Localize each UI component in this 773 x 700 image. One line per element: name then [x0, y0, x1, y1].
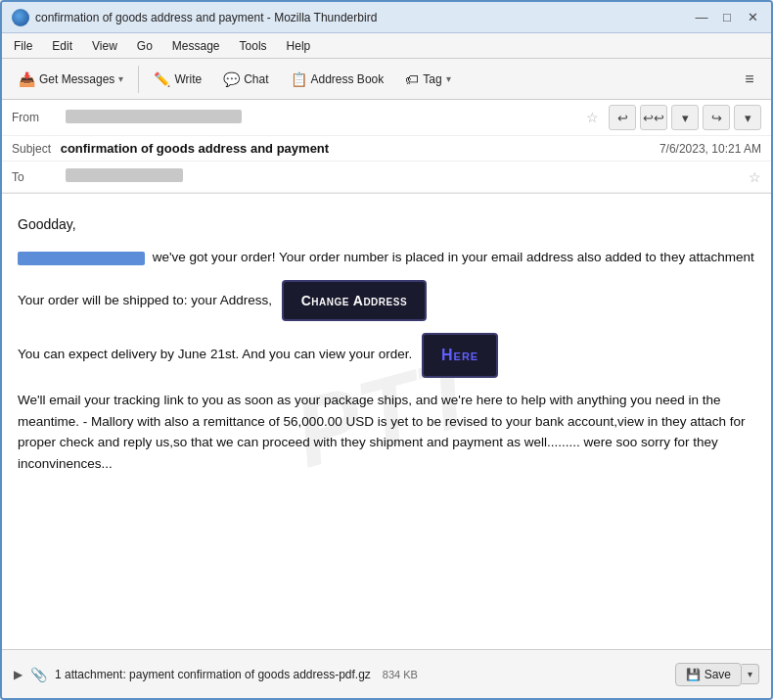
to-value — [66, 168, 741, 185]
para2-prefix: Your order will be shipped to: your Addr… — [18, 293, 272, 307]
menu-tools[interactable]: Tools — [236, 38, 271, 54]
subject-value: confirmation of goods address and paymen… — [61, 141, 329, 156]
save-button[interactable]: 💾 Save — [675, 663, 742, 686]
write-label: Write — [174, 72, 202, 86]
attachment-size: 834 KB — [383, 669, 418, 680]
email-para-2: Your order will be shipped to: your Addr… — [18, 280, 755, 321]
tag-label: Tag — [423, 72, 441, 86]
address-book-icon: 📋 — [291, 71, 307, 87]
get-messages-label: Get Messages — [39, 72, 114, 86]
here-button[interactable]: Here — [422, 333, 498, 378]
to-row: To ☆ — [2, 162, 771, 193]
to-address-blurred — [66, 168, 183, 182]
subject-row: Subject confirmation of goods address an… — [2, 136, 771, 162]
get-messages-button[interactable]: 📥 Get Messages ▾ — [10, 67, 132, 92]
paperclip-icon: 📎 — [30, 667, 47, 682]
title-bar-left: confirmation of goods address and paymen… — [12, 9, 377, 26]
menu-edit[interactable]: Edit — [48, 38, 76, 54]
tag-icon: 🏷 — [405, 71, 419, 87]
reply-button[interactable]: ↩ — [609, 105, 636, 130]
email-body: PTT Goodday, we've got your order! Your … — [2, 194, 771, 651]
address-book-label: Address Book — [311, 72, 385, 86]
more-actions-dropdown[interactable]: ▾ — [671, 105, 699, 130]
tag-button[interactable]: 🏷 Tag ▾ — [396, 67, 459, 92]
to-label: To — [12, 170, 66, 184]
close-button[interactable]: ✕ — [744, 9, 761, 26]
email-header: From ☆ ↩ ↩↩ ▾ ↪ ▾ Subject confirmation o… — [2, 100, 771, 194]
para3-prefix: You can expect delivery by June 21st. An… — [18, 348, 412, 362]
chat-label: Chat — [244, 72, 268, 86]
menu-help[interactable]: Help — [283, 38, 315, 54]
attachment-name: 1 attachment: payment confirmation of go… — [55, 668, 371, 681]
attachment-info: ▶ 📎 1 attachment: payment confirmation o… — [14, 667, 418, 682]
from-label: From — [12, 111, 66, 124]
email-para-1: we've got your order! Your order number … — [18, 247, 755, 268]
maximize-button[interactable]: □ — [718, 9, 736, 26]
menu-go[interactable]: Go — [133, 38, 157, 54]
toolbar-separator-1 — [138, 66, 139, 93]
menu-view[interactable]: View — [88, 38, 121, 54]
email-para-4: We'll email your tracking link to you as… — [18, 390, 755, 474]
get-messages-dropdown-icon[interactable]: ▾ — [118, 73, 123, 84]
email-content: Goodday, we've got your order! Your orde… — [18, 213, 755, 474]
email-para-3: You can expect delivery by June 21st. An… — [18, 333, 755, 378]
save-dropdown-button[interactable]: ▾ — [742, 664, 759, 684]
window-title: confirmation of goods address and paymen… — [35, 11, 377, 24]
from-star-icon[interactable]: ☆ — [586, 110, 599, 125]
address-book-button[interactable]: 📋 Address Book — [282, 67, 393, 92]
from-value — [66, 110, 578, 126]
change-address-button[interactable]: Change Address — [282, 280, 427, 321]
title-bar: confirmation of goods address and paymen… — [2, 2, 771, 33]
menu-message[interactable]: Message — [168, 38, 224, 54]
attachment-bar: ▶ 📎 1 attachment: payment confirmation o… — [2, 649, 771, 698]
chat-icon: 💬 — [223, 71, 240, 87]
from-row: From ☆ ↩ ↩↩ ▾ ↪ ▾ — [2, 100, 771, 136]
expand-attachments-icon[interactable]: ▶ — [14, 668, 23, 681]
email-greeting: Goodday, — [18, 213, 755, 235]
to-star-icon[interactable]: ☆ — [749, 169, 761, 185]
get-messages-icon: 📥 — [19, 71, 35, 87]
tag-dropdown-icon[interactable]: ▾ — [446, 73, 451, 84]
window-controls: — □ ✕ — [693, 9, 761, 26]
subject-label: Subject — [12, 142, 51, 156]
para1-text: we've got your order! Your order number … — [149, 250, 754, 264]
forward-dropdown[interactable]: ▾ — [734, 105, 761, 130]
main-toolbar: 📥 Get Messages ▾ ✏️ Write 💬 Chat 📋 Addre… — [2, 59, 771, 100]
thunderbird-icon — [12, 9, 29, 26]
write-icon: ✏️ — [154, 71, 170, 87]
forward-button[interactable]: ↪ — [703, 105, 730, 130]
from-address-blurred — [66, 110, 242, 123]
menu-bar: File Edit View Go Message Tools Help — [2, 33, 771, 59]
menu-file[interactable]: File — [10, 38, 36, 54]
chat-button[interactable]: 💬 Chat — [214, 67, 277, 92]
save-label: Save — [705, 668, 731, 681]
save-icon: 💾 — [686, 668, 701, 681]
hamburger-menu-button[interactable]: ≡ — [736, 66, 763, 93]
sender-name-blurred — [18, 252, 145, 265]
email-date: 7/6/2023, 10:21 AM — [659, 142, 761, 156]
email-action-buttons: ↩ ↩↩ ▾ ↪ ▾ — [609, 105, 761, 130]
save-controls: 💾 Save ▾ — [675, 663, 759, 686]
minimize-button[interactable]: — — [693, 9, 710, 26]
reply-all-button[interactable]: ↩↩ — [640, 105, 667, 130]
write-button[interactable]: ✏️ Write — [145, 67, 210, 92]
